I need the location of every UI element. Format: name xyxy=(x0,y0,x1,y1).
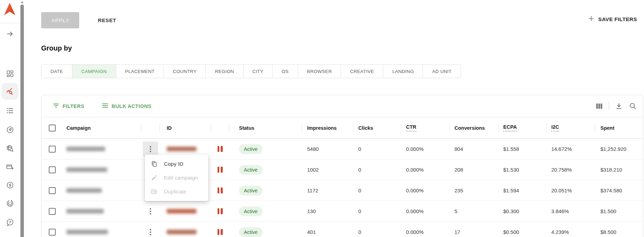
filters-label: FILTERS xyxy=(63,103,84,109)
apply-button[interactable]: APPLY xyxy=(41,12,79,28)
status-badge: Active xyxy=(239,144,263,154)
tab-os[interactable]: OS xyxy=(272,65,297,78)
filters-button[interactable]: FILTERS xyxy=(50,102,86,110)
i2c-cell: 14.672% xyxy=(546,139,595,159)
clicks-cell: 0 xyxy=(353,139,401,159)
conversions-cell: 5 xyxy=(450,201,498,221)
column-header-actions xyxy=(141,117,160,138)
status-badge: Active xyxy=(239,165,263,175)
ctr-cell: 0.000% xyxy=(401,139,450,159)
column-header-clicks[interactable]: Clicks xyxy=(353,117,401,138)
scrollbar-up-arrow-icon[interactable] xyxy=(21,1,24,3)
row-checkbox[interactable] xyxy=(49,208,56,215)
status-badge: Active xyxy=(239,207,263,216)
row-checkbox[interactable] xyxy=(49,229,56,236)
sidebar-collapse-arrow-right-icon[interactable] xyxy=(6,30,14,38)
statistics-table-card: FILTERS BULK ACTIONS xyxy=(41,95,643,237)
search-icon[interactable] xyxy=(628,102,637,110)
column-header-ctr[interactable]: CTR xyxy=(401,117,450,138)
clicks-cell: 0 xyxy=(353,222,401,237)
campaign-name-blurred xyxy=(66,167,107,172)
adsterra-logo[interactable] xyxy=(3,2,16,16)
sidebar-item-card-plus-icon[interactable] xyxy=(6,163,14,171)
group-by-tabs: DATE CAMPAIGN PLACEMENT COUNTRY REGION C… xyxy=(41,64,461,78)
pause-icon[interactable] xyxy=(218,208,223,214)
pause-icon[interactable] xyxy=(218,229,223,235)
tab-date[interactable]: DATE xyxy=(42,65,72,78)
ctr-cell: 0.000% xyxy=(401,180,450,201)
column-header-conversions[interactable]: Conversions xyxy=(450,117,498,138)
tab-ad-unit[interactable]: AD UNIT xyxy=(423,65,460,78)
download-icon[interactable] xyxy=(615,102,623,110)
status-badge: Active xyxy=(239,186,263,195)
pause-icon[interactable] xyxy=(218,146,223,152)
sidebar-item-help-icon[interactable]: ? xyxy=(6,218,14,226)
conversions-cell: 17 xyxy=(450,222,498,237)
tab-placement[interactable]: PLACEMENT xyxy=(116,65,164,78)
row-menu-kebab-icon[interactable] xyxy=(143,142,158,157)
column-header-id[interactable]: ID xyxy=(160,117,211,138)
spent-cell: $374.580 xyxy=(595,180,643,201)
campaign-name-blurred xyxy=(66,147,105,151)
ctr-cell: 0.000% xyxy=(401,201,450,221)
select-all-checkbox[interactable] xyxy=(49,125,56,131)
reset-button[interactable]: RESET xyxy=(96,17,118,24)
sidebar-item-statistics-icon[interactable] xyxy=(6,88,14,96)
impressions-cell: 5480 xyxy=(302,139,353,159)
row-menu-kebab-icon[interactable] xyxy=(143,204,158,219)
campaign-id-blurred xyxy=(167,230,196,234)
sidebar-scrollbar[interactable] xyxy=(20,0,24,237)
row-checkbox[interactable] xyxy=(49,187,56,194)
campaign-name-blurred xyxy=(66,230,108,234)
save-filters-button[interactable]: SAVE FILTERS xyxy=(586,15,639,24)
row-menu-kebab-icon[interactable] xyxy=(143,225,158,237)
menu-item-duplicate: Duplicate xyxy=(145,185,208,199)
app-screen: $ ? APPLY RESET xyxy=(0,0,644,237)
group-by-heading: Group by xyxy=(41,44,72,52)
scrollbar-thumb[interactable] xyxy=(20,4,24,237)
tab-creative[interactable]: CREATIVE xyxy=(341,65,383,78)
tab-landing[interactable]: LANDING xyxy=(383,65,423,78)
spent-cell: $1.500 xyxy=(595,201,643,221)
tab-country[interactable]: COUNTRY xyxy=(164,65,206,78)
campaign-id-blurred xyxy=(167,147,196,151)
pause-icon[interactable] xyxy=(218,167,223,173)
spent-cell: $8.500 xyxy=(595,222,643,237)
columns-icon[interactable] xyxy=(595,102,603,110)
menu-item-edit-campaign: Edit campaign xyxy=(145,171,208,185)
sidebar-item-referral-icon[interactable] xyxy=(6,199,14,208)
tab-campaign[interactable]: CAMPAIGN xyxy=(72,65,116,78)
menu-item-label: Duplicate xyxy=(164,189,186,195)
toolbar-divider xyxy=(609,102,609,111)
filter-actions-row: APPLY RESET xyxy=(41,12,118,28)
bulk-actions-label: BULK ACTIONS xyxy=(112,103,151,109)
tab-region[interactable]: REGION xyxy=(205,65,243,78)
tab-city[interactable]: CITY xyxy=(243,65,273,78)
row-checkbox[interactable] xyxy=(49,146,56,153)
sidebar-item-list-icon[interactable] xyxy=(6,107,14,115)
column-header-ecpa[interactable]: ECPA xyxy=(498,117,546,138)
table-row: Active 401 0 0.000% 17 $0.500 4.239% $8.… xyxy=(42,222,643,237)
bulk-actions-button[interactable]: BULK ACTIONS xyxy=(100,102,154,110)
sidebar: $ ? xyxy=(0,0,20,237)
sidebar-item-dollar-icon[interactable]: $ xyxy=(6,181,14,189)
svg-text:?: ? xyxy=(9,220,11,224)
row-checkbox[interactable] xyxy=(49,166,56,173)
menu-item-copy-id[interactable]: Copy ID xyxy=(145,157,208,171)
table-row: Active 130 0 0.000% 5 $0.300 3.846% $1.5… xyxy=(42,201,643,222)
sidebar-item-globe-search-icon[interactable] xyxy=(6,144,14,153)
column-header-campaign[interactable]: Campaign xyxy=(63,117,141,138)
sidebar-item-compass-icon[interactable] xyxy=(6,126,14,134)
column-header-i2c[interactable]: I2C xyxy=(546,117,595,138)
ecpa-cell: $1.594 xyxy=(498,180,546,201)
row-context-menu: Copy ID Edit campaign Duplicate xyxy=(145,155,208,201)
column-header-impressions[interactable]: Impressions xyxy=(302,117,353,138)
column-header-spent[interactable]: Spent xyxy=(595,117,643,138)
campaign-id-blurred xyxy=(167,209,196,213)
column-header-status[interactable]: Status xyxy=(229,117,302,138)
table-row: Active 5480 0 0.000% 804 $1.558 14.672% … xyxy=(42,139,643,159)
pause-icon[interactable] xyxy=(218,188,223,193)
tab-browser[interactable]: BROWSER xyxy=(298,65,341,78)
sidebar-item-dashboard-icon[interactable] xyxy=(6,70,14,78)
table-toolbar: FILTERS BULK ACTIONS xyxy=(42,95,643,117)
